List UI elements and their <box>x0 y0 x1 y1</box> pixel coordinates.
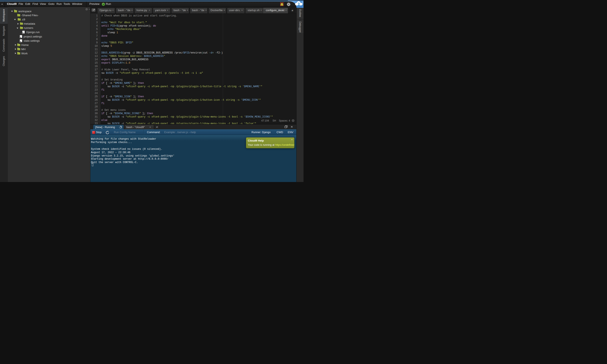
svg-text:9: 9 <box>298 2 300 6</box>
